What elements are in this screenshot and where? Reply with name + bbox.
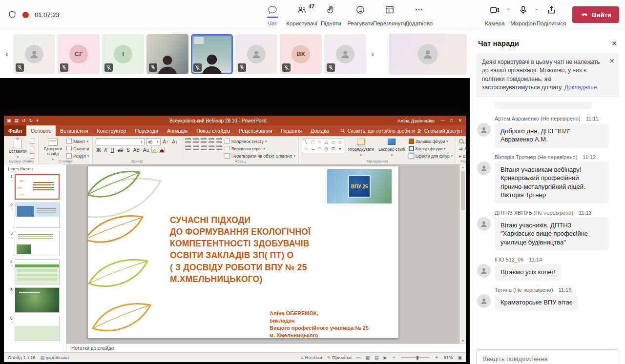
message-bubble[interactable]: Вітаємо усіх колег! <box>495 264 562 281</box>
shapes-gallery[interactable]: ╲ □ ○ △ ▭ ◇ ☆ → ◠ ⊙ ⊞ ▾ <box>302 138 344 153</box>
shape-arc-icon[interactable]: ◠ <box>316 146 323 152</box>
text-direction-button[interactable]: Напрямок тексту▾ <box>225 138 295 144</box>
tell-me-search[interactable]: Скажіть, що потрібно зробити <box>340 128 415 134</box>
ppt-tab-review[interactable]: Рецензування <box>234 125 276 136</box>
participant-tile[interactable]: ВК <box>280 34 322 74</box>
ppt-tab-view[interactable]: Подання <box>277 125 306 136</box>
reading-view-icon[interactable]: ▤ <box>375 355 379 360</box>
shape-arrow-icon[interactable]: → <box>310 146 316 152</box>
shape-circle-icon[interactable]: ○ <box>316 139 323 145</box>
message-bubble[interactable]: Доброго дня, ДНЗ "ІПЛ" Авраменко А.М. <box>495 123 609 148</box>
ppt-share-button[interactable]: Спільний доступ <box>417 128 462 134</box>
participant-tile[interactable] <box>13 34 55 74</box>
close-chat-icon[interactable]: ✕ <box>611 40 617 47</box>
line-spacing-icon[interactable] <box>216 138 222 143</box>
zoom-slider-knob[interactable] <box>417 356 418 360</box>
participant-tile[interactable]: І <box>102 34 144 74</box>
close-window-icon[interactable]: ✕ <box>458 118 462 123</box>
font-color-icon[interactable]: А <box>159 147 165 153</box>
view-button[interactable]: Переглянути <box>375 0 404 29</box>
slideshow-view-icon[interactable]: ▶ <box>384 355 387 360</box>
react-button[interactable]: Реагувати <box>346 0 375 29</box>
message-bubble[interactable]: Краматорське ВПУ вітає <box>495 294 578 311</box>
strip-scroll-right-icon[interactable]: › <box>369 49 376 59</box>
ppt-tab-design[interactable]: Конструктор <box>93 125 131 136</box>
slide-thumbnail-3[interactable]: 3* <box>4 229 66 258</box>
numbering-icon[interactable] <box>193 138 199 143</box>
shape-fill-button[interactable]: Заливка фігури▾ <box>409 138 453 144</box>
shape-line-icon[interactable]: ╲ <box>303 139 309 145</box>
format-painter-button[interactable] <box>30 153 35 159</box>
shape-rectangle-icon[interactable]: ▭ <box>330 139 336 145</box>
mic-button[interactable]: ⌄ Мікрофон <box>509 0 537 29</box>
bold-icon[interactable]: Ж <box>96 147 102 153</box>
increase-indent-icon[interactable] <box>208 138 214 143</box>
replace-button[interactable]: ⇄Замінити▾ <box>459 145 466 152</box>
shape-outline-button[interactable]: Контур фігури▾ <box>409 145 453 152</box>
notice-learn-more-link[interactable]: Докладніше <box>564 84 597 91</box>
fit-to-window-icon[interactable]: ▣ <box>458 355 462 360</box>
decrease-indent-icon[interactable] <box>201 138 207 143</box>
scroll-down-icon[interactable]: ▼ <box>460 339 466 343</box>
align-text-button[interactable]: Вирівняти текст▾ <box>225 145 295 152</box>
strip-scroll-left-icon[interactable]: ‹ <box>3 49 11 59</box>
ppt-tab-file[interactable]: Файл <box>4 125 26 136</box>
arrange-button[interactable]: Упорядкувати ▾ <box>347 138 375 158</box>
ppt-tab-help[interactable]: Довідка <box>306 125 333 136</box>
slide-sorter-view-icon[interactable]: ▦ <box>366 355 370 360</box>
find-button[interactable]: Знайти <box>459 138 466 144</box>
slide-thumbnail-5[interactable]: 5* <box>4 286 66 314</box>
participant-video-tile-selected[interactable] <box>191 34 233 74</box>
shape-triangle-icon[interactable]: △ <box>323 139 330 145</box>
copy-button[interactable] <box>30 145 35 152</box>
undo-icon[interactable]: ↺ <box>22 118 26 123</box>
chat-message-input[interactable] <box>476 349 619 364</box>
maximize-icon[interactable]: □ <box>450 118 453 123</box>
underline-icon[interactable]: П <box>110 147 115 153</box>
qat-dropdown-icon[interactable]: ▾ <box>36 118 39 123</box>
canvas-scrollbar[interactable]: ▲ ▼ <box>459 164 466 344</box>
align-right-icon[interactable] <box>201 145 207 150</box>
ppt-tab-animations[interactable]: Анімація <box>163 125 192 136</box>
font-size-combo[interactable]: 48▾ <box>146 138 161 145</box>
language-button[interactable]: ▤ українська <box>41 355 69 360</box>
change-case-icon[interactable]: Аа <box>142 147 150 153</box>
shape-square-icon[interactable]: □ <box>310 139 316 145</box>
normal-view-icon[interactable]: ▭ <box>356 355 361 360</box>
raise-hand-button[interactable]: Підняти <box>316 0 346 29</box>
strikethrough-icon[interactable]: аб <box>117 147 124 153</box>
redo-icon[interactable]: ↻ <box>29 118 33 123</box>
leave-button[interactable]: Вийти <box>572 6 619 23</box>
highlight-color-icon[interactable]: а <box>151 147 157 153</box>
layout-button[interactable]: Макет▾ <box>66 138 89 144</box>
smartart-button[interactable]: Перетворити на об'єкт SmartArt▾ <box>225 153 295 159</box>
message-bubble[interactable]: Вітаю учасників. ДПТНЗ "Харківське вище … <box>495 217 609 251</box>
slide-thumbnail-6[interactable]: 6* <box>4 314 66 343</box>
share-button[interactable]: Поділитися <box>537 0 565 29</box>
zoom-in-icon[interactable]: ＋ <box>434 354 438 361</box>
zoom-slider[interactable] <box>401 357 429 358</box>
columns-icon[interactable] <box>216 145 222 150</box>
shape-oval-icon[interactable]: ⊙ <box>323 146 330 152</box>
select-button[interactable]: ▸Виділити▾ <box>459 153 466 159</box>
comments-toggle[interactable]: ✎ Примітки <box>327 355 352 360</box>
spotlight-tile[interactable] <box>389 34 467 75</box>
participant-tile[interactable] <box>324 34 366 74</box>
shape-effects-button[interactable]: Ефекти для фігур▾ <box>409 153 453 159</box>
tab-participants[interactable]: 47 Користувачі <box>287 0 316 29</box>
shape-star-icon[interactable]: ☆ <box>303 146 309 152</box>
bullets-icon[interactable] <box>185 138 191 143</box>
minimize-icon[interactable]: — <box>440 118 445 123</box>
current-slide[interactable]: ВПУ 25 СУЧАСНІ ПІДХОДИ ДО ФОРМУВАННЯ ЕКО… <box>88 166 398 338</box>
paste-button[interactable]: Вставити ▾ <box>8 138 27 160</box>
shape-more-icon[interactable]: ▾ <box>337 146 343 152</box>
more-button[interactable]: Додатково <box>404 0 434 29</box>
cut-button[interactable] <box>30 138 35 144</box>
dismiss-notice-icon[interactable]: ✕ <box>609 58 615 64</box>
slide-thumbnail-2[interactable]: 2* <box>4 201 66 229</box>
font-name-combo[interactable]: ▾ <box>96 138 145 145</box>
grow-font-icon[interactable]: А↑ <box>162 139 170 144</box>
align-center-icon[interactable] <box>193 145 199 150</box>
align-left-icon[interactable] <box>185 145 191 150</box>
justify-icon[interactable] <box>208 145 214 150</box>
